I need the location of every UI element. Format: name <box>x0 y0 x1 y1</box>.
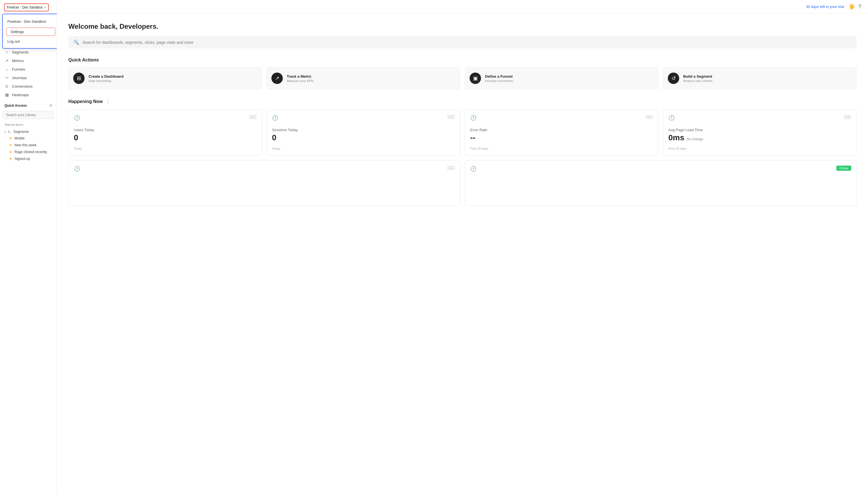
metric-card-error-rate: 🕐 — Error Rate -- Past 30 days <box>465 109 659 156</box>
track-metric-subtitle: Measure your KPIs. <box>287 79 314 82</box>
happening-now-header: Happening Now ⋮ <box>68 98 856 105</box>
metric-card-5-top: 🕐 — <box>74 166 455 172</box>
build-segment-title: Build a Segment <box>683 74 713 78</box>
segments-icon: ○ <box>4 50 9 54</box>
page-content: Welcome back, Developers. 🔍 Quick Action… <box>57 13 868 215</box>
top-bar: 30 days left in your trial 🖐 ? <box>57 0 868 13</box>
dash-badge-users-today: — <box>249 115 257 119</box>
clock-icon-6: 🕐 <box>470 166 476 172</box>
welcome-heading: Welcome back, Developers. <box>68 22 856 31</box>
action-card-build-segment[interactable]: ↺ Build a Segment Analyze user cohorts. <box>663 67 856 89</box>
quick-access-title: Quick Access <box>4 103 27 108</box>
metric-dash-badge-5: — <box>447 166 455 170</box>
segments-chevron-icon: ▾ <box>4 130 6 133</box>
starred-item-rage-clicked[interactable]: ★Rage clicked recently <box>0 149 57 155</box>
dash-badge-sessions-today: — <box>447 115 455 119</box>
sidebar: Fivetran - Dev Sandbox ▾ Fivetran - Dev … <box>0 0 57 494</box>
error-rate-value: -- <box>470 133 653 142</box>
hand-icon[interactable]: 🖐 <box>849 3 855 10</box>
build-segment-subtitle: Analyze user cohorts. <box>683 79 713 82</box>
metric-card-6: 🕐 Online <box>465 160 856 206</box>
metrics-grid-bottom: 🕐 — 🕐 Online <box>68 160 856 206</box>
dash-badge-error-rate: — <box>645 115 653 119</box>
sessions-today-footer: Today <box>272 147 455 150</box>
filter-icon[interactable]: ≡ <box>50 103 52 108</box>
segments-group-header[interactable]: ▾ ↻ Segments <box>0 129 57 135</box>
starred-title: Starred items <box>0 122 57 128</box>
logout-button[interactable]: Log out <box>3 37 57 46</box>
main-search-icon: 🔍 <box>73 40 79 45</box>
journeys-icon: ⤳ <box>4 75 9 80</box>
metrics-label: Metrics <box>12 59 24 63</box>
settings-button[interactable]: Settings <box>6 27 55 36</box>
create-dashboard-subtitle: Data storytelling. <box>89 79 124 82</box>
starred-item-new-this-week[interactable]: ★New this week <box>0 142 57 149</box>
refresh-icon: ↻ <box>8 130 12 134</box>
happening-now-menu-icon[interactable]: ⋮ <box>106 98 111 105</box>
funnels-icon: ⬦ <box>4 67 9 72</box>
main-content: 30 days left in your trial 🖐 ? Welcome b… <box>57 0 868 494</box>
clock-icon-error-rate: 🕐 <box>470 115 476 121</box>
starred-label-rage-clicked: Rage clicked recently <box>15 150 47 154</box>
clock-icon-avg-page-load: 🕐 <box>668 115 675 121</box>
help-icon[interactable]: ? <box>858 4 861 10</box>
starred-label-mobile: Mobile <box>15 136 24 140</box>
sidebar-item-conversions[interactable]: ⊙Conversions <box>0 82 57 91</box>
action-card-create-dashboard[interactable]: ⊞ Create a Dashboard Data storytelling. <box>68 67 262 89</box>
trial-text: 30 days left in your trial <box>806 4 844 9</box>
error-rate-title: Error Rate <box>470 128 653 132</box>
avg-page-load-title: Avg Page Load Time <box>668 128 851 132</box>
avg-page-load-footer: Past 30 days <box>668 147 851 150</box>
segments-group-label: Segments <box>13 130 29 134</box>
avg-page-load-no-change: No change <box>687 137 703 141</box>
create-dashboard-title: Create a Dashboard <box>89 74 124 78</box>
create-dashboard-icon: ⊞ <box>73 73 85 84</box>
starred-label-new-this-week: New this week <box>15 143 36 147</box>
metric-card-users-today: 🕐 — Users Today 0 Today <box>68 109 262 156</box>
starred-items-container: ★Mobile★New this week★Rage clicked recen… <box>0 135 57 162</box>
heatmaps-icon: ▦ <box>4 93 9 97</box>
segments-label: Segments <box>12 50 29 54</box>
metric-card-avg-page-load: 🕐 — Avg Page Load Time 0msNo change Past… <box>663 109 856 156</box>
quick-access-header: Quick Access ≡ <box>0 99 57 110</box>
workspace-name: Fivetran - Dev Sandbox <box>7 5 43 10</box>
funnels-label: Funnels <box>12 67 25 72</box>
main-search-bar[interactable]: 🔍 <box>68 36 856 49</box>
segments-group: ▾ ↻ Segments ★Mobile★New this week★Rage … <box>0 128 57 163</box>
clock-icon-users-today: 🕐 <box>74 115 80 121</box>
track-metric-icon: ↗ <box>271 73 283 84</box>
define-funnel-title: Define a Funnel <box>485 74 514 78</box>
track-metric-title: Track a Metric <box>287 74 314 78</box>
users-today-value: 0 <box>74 133 257 142</box>
starred-item-signed-up[interactable]: ★Signed-up <box>0 155 57 162</box>
metric-card-5: 🕐 — <box>68 160 460 206</box>
action-card-define-funnel[interactable]: ▣ Define a Funnel Increase conversion. <box>465 67 659 89</box>
conversions-icon: ⊙ <box>4 84 9 89</box>
action-card-track-metric[interactable]: ↗ Track a Metric Measure your KPIs. <box>266 67 460 89</box>
avg-page-load-value: 0ms <box>668 133 684 142</box>
heatmaps-label: Heatmaps <box>12 93 29 97</box>
sidebar-item-funnels[interactable]: ⬦Funnels <box>0 65 57 73</box>
users-today-footer: Today <box>74 147 257 150</box>
sidebar-item-heatmaps[interactable]: ▦Heatmaps <box>0 91 57 99</box>
build-segment-icon: ↺ <box>668 73 679 84</box>
sidebar-item-segments[interactable]: ○Segments <box>0 48 57 56</box>
workspace-selector[interactable]: Fivetran - Dev Sandbox ▾ <box>4 3 49 12</box>
dropdown-workspace-name: Fivetran - Dev Sandbox <box>3 17 57 26</box>
main-search-input[interactable] <box>82 40 851 45</box>
conversions-label: Conversions <box>12 84 33 89</box>
clock-icon-5: 🕐 <box>74 166 80 172</box>
online-badge: Online <box>836 166 851 171</box>
error-rate-footer: Past 30 days <box>470 147 653 150</box>
metric-card-6-top: 🕐 Online <box>470 166 851 172</box>
quick-actions-title: Quick Actions <box>68 57 856 63</box>
metrics-grid: 🕐 — Users Today 0 Today 🕐 — Sessions Tod… <box>68 109 856 156</box>
sessions-today-title: Sessions Today <box>272 128 455 132</box>
search-library-input[interactable] <box>3 111 54 119</box>
journeys-label: Journeys <box>12 76 27 80</box>
sidebar-item-metrics[interactable]: ↗Metrics <box>0 56 57 65</box>
metrics-icon: ↗ <box>4 58 9 63</box>
starred-label-signed-up: Signed-up <box>15 157 30 161</box>
sidebar-item-journeys[interactable]: ⤳Journeys <box>0 73 57 82</box>
starred-item-mobile[interactable]: ★Mobile <box>0 135 57 142</box>
